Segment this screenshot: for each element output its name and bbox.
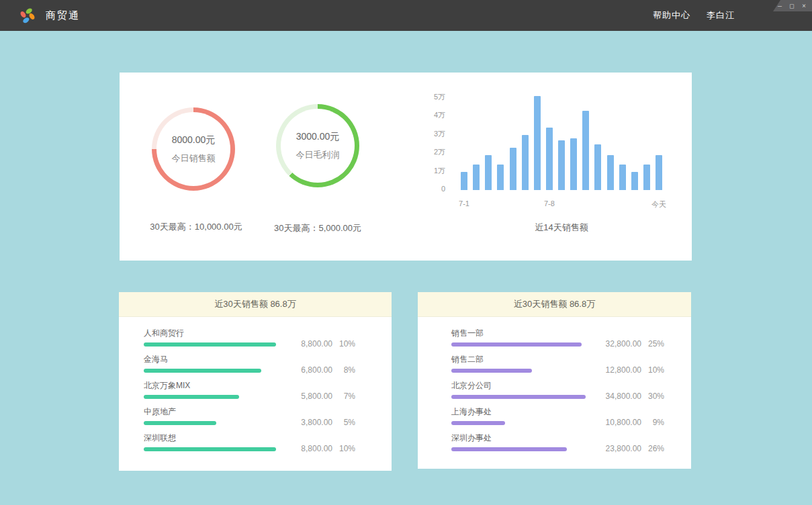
item-progress-bar (451, 342, 582, 347)
list-item: 北京万象MIX5,800.007% (144, 381, 392, 399)
item-percent: 25% (641, 339, 664, 349)
close-icon[interactable]: × (800, 3, 808, 9)
y-tick-label: 2万 (418, 147, 445, 156)
item-label: 北京分公司 (451, 381, 691, 390)
list-item: 销售二部12,800.0010% (451, 355, 691, 373)
customers-list: 人和商贸行8,800.0010%金海马6,800.008%北京万象MIX5,80… (119, 317, 392, 451)
item-label: 销售二部 (451, 355, 691, 364)
item-progress-bar (144, 421, 216, 425)
item-label: 中原地产 (144, 408, 392, 416)
barchart-x-axis: 7-17-8今天 (461, 199, 662, 209)
item-percent: 10% (332, 444, 355, 453)
y-tick-label: 4万 (418, 110, 445, 120)
sales-bar (485, 155, 492, 190)
departments-card-title: 近30天销售额 86.8万 (418, 292, 691, 317)
item-percent: 10% (641, 365, 664, 375)
sales-bar (656, 155, 662, 190)
item-progress-bar (451, 421, 505, 425)
list-item: 中原地产3,800.005% (144, 408, 392, 425)
item-progress-bar (144, 369, 261, 373)
list-item: 北京分公司34,800.0030% (451, 381, 691, 399)
item-amount: 8,800.00 (284, 339, 332, 349)
app-title: 商贸通 (46, 9, 80, 22)
item-progress-bar (144, 447, 276, 451)
titlebar: 商贸通 帮助中心 李白江 — □ × (0, 0, 812, 31)
item-label: 销售一部 (451, 329, 691, 338)
item-amount: 32,800.00 (593, 339, 641, 349)
today-sales-label: 今日销售额 (172, 152, 216, 165)
window-controls: — □ × (773, 0, 812, 11)
item-amount: 8,800.00 (284, 444, 332, 453)
item-label: 深圳联想 (144, 434, 392, 443)
item-label: 人和商贸行 (144, 329, 392, 338)
sales-14d-bar-chart (461, 92, 662, 190)
item-percent: 5% (332, 418, 355, 427)
today-sales-donut-chart: 8000.00元 今日销售额 (152, 107, 235, 191)
item-progress-bar (144, 342, 276, 347)
item-percent: 9% (641, 418, 664, 427)
sales-bar (497, 165, 504, 190)
sales-bar (473, 165, 480, 190)
item-amount: 10,800.00 (593, 418, 641, 427)
sales-bar (582, 111, 589, 190)
item-label: 上海办事处 (451, 408, 691, 416)
customers-30d-card: 近30天销售额 86.8万 人和商贸行8,800.0010%金海马6,800.0… (119, 292, 392, 471)
item-label: 深圳办事处 (451, 434, 691, 443)
sales-bar (558, 140, 565, 190)
customers-card-title: 近30天销售额 86.8万 (119, 292, 392, 317)
list-item: 上海办事处10,800.009% (451, 408, 691, 425)
help-center-link[interactable]: 帮助中心 (653, 9, 690, 21)
x-tick-label: 今天 (651, 199, 666, 210)
today-profit-donut-chart: 3000.00元 今日毛利润 (276, 104, 359, 187)
list-item: 深圳办事处23,800.0026% (451, 434, 691, 451)
profit-30d-max-caption: 30天最高：5,000.00元 (244, 222, 392, 234)
sales-bar (461, 172, 467, 190)
item-amount: 3,800.00 (284, 418, 332, 427)
today-profit-label: 今日毛利润 (296, 149, 340, 161)
today-profit-value: 3000.00元 (296, 131, 340, 143)
item-amount: 6,800.00 (284, 365, 332, 375)
y-tick-label: 5万 (418, 92, 445, 101)
list-item: 深圳联想8,800.0010% (144, 434, 392, 451)
sales-bar (546, 128, 553, 190)
sales-bar (607, 155, 614, 190)
departments-list: 销售一部32,800.0025%销售二部12,800.0010%北京分公司34,… (418, 317, 691, 451)
y-tick-label: 3万 (418, 129, 445, 138)
app-logo-pinwheel-icon (19, 7, 36, 24)
item-progress-bar (451, 447, 567, 451)
item-percent: 26% (641, 444, 664, 453)
y-tick-label: 0 (418, 184, 445, 193)
sales-bar (594, 144, 601, 191)
barchart-title: 近14天销售额 (461, 222, 662, 234)
item-progress-bar (451, 369, 532, 373)
item-label: 金海马 (144, 355, 392, 364)
item-percent: 30% (641, 392, 664, 401)
item-label: 北京万象MIX (144, 381, 392, 390)
list-item: 金海马6,800.008% (144, 355, 392, 373)
sales-bar (534, 96, 541, 190)
current-user-link[interactable]: 李白江 (707, 9, 735, 21)
sales-bar (631, 172, 638, 190)
item-amount: 5,800.00 (284, 392, 332, 401)
minimize-icon[interactable]: — (776, 3, 784, 9)
sales-bar (570, 138, 577, 190)
list-item: 销售一部32,800.0025% (451, 329, 691, 347)
item-percent: 10% (332, 339, 355, 349)
maximize-icon[interactable]: □ (788, 3, 796, 9)
y-tick-label: 1万 (418, 166, 445, 175)
item-percent: 8% (332, 365, 355, 375)
today-summary-card: 8000.00元 今日销售额 30天最高：10,000.00元 3000.00元… (120, 73, 692, 261)
sales-bar (522, 135, 529, 190)
item-percent: 7% (332, 392, 355, 401)
today-sales-value: 8000.00元 (172, 134, 216, 146)
item-progress-bar (451, 395, 586, 399)
x-tick-label: 7-1 (459, 199, 469, 208)
departments-30d-card: 近30天销售额 86.8万 销售一部32,800.0025%销售二部12,800… (418, 292, 691, 469)
list-item: 人和商贸行8,800.0010% (144, 329, 392, 347)
item-progress-bar (144, 395, 239, 399)
sales-bar (510, 148, 516, 190)
item-amount: 12,800.00 (593, 365, 641, 375)
sales-bar (643, 165, 650, 190)
x-tick-label: 7-8 (544, 199, 555, 208)
item-amount: 34,800.00 (593, 392, 641, 401)
